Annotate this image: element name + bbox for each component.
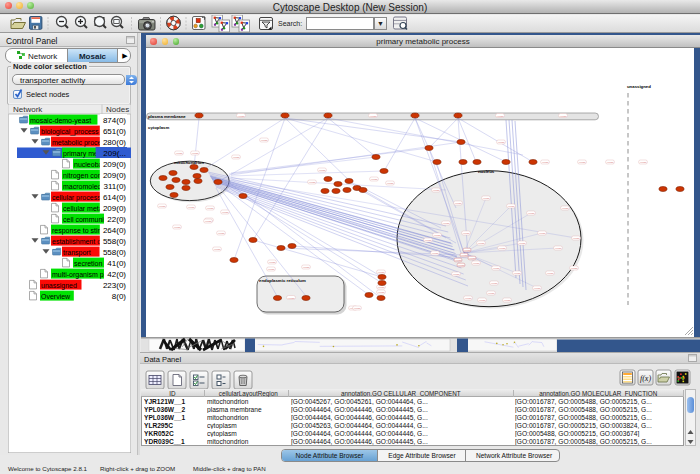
svg-text:Yxx00: Yxx00	[268, 268, 275, 271]
svg-text:Yxx00: Yxx00	[319, 169, 326, 172]
svg-text:Yxx00: Yxx00	[434, 234, 441, 237]
svg-text:Yxx00: Yxx00	[309, 181, 316, 184]
svg-text:Yxx00: Yxx00	[542, 161, 549, 164]
svg-text:614(0): 614(0)	[103, 193, 126, 202]
svg-text:Yxx00: Yxx00	[214, 248, 221, 251]
svg-text:Yxx00: Yxx00	[370, 115, 377, 118]
svg-text:Yxx00: Yxx00	[498, 141, 505, 144]
svg-text:Yxx00: Yxx00	[387, 182, 394, 185]
svg-text:Yxx00: Yxx00	[432, 252, 439, 255]
svg-text:Yxx00: Yxx00	[453, 273, 460, 276]
svg-text:Yxx00: Yxx00	[354, 307, 361, 310]
svg-text:209(0): 209(0)	[103, 160, 126, 169]
svg-text:mosaic-demo-yeast: mosaic-demo-yeast	[30, 117, 91, 125]
svg-text:41(0): 41(0)	[107, 259, 126, 268]
svg-text:Yxx00: Yxx00	[562, 207, 569, 210]
svg-text:multi-organism pro: multi-organism pro	[52, 271, 110, 279]
svg-text:Yxx00: Yxx00	[207, 207, 214, 210]
svg-text:Yxx00: Yxx00	[473, 262, 480, 265]
svg-text:42(0): 42(0)	[107, 270, 126, 279]
svg-text:secretion: secretion	[74, 260, 103, 267]
svg-text:Yxx00: Yxx00	[159, 205, 166, 208]
svg-text:Yxx00: Yxx00	[174, 226, 181, 229]
svg-text:874(0): 874(0)	[103, 116, 126, 125]
svg-text:Yxx00: Yxx00	[504, 299, 511, 302]
svg-text:Yxx00: Yxx00	[176, 152, 183, 155]
svg-text:Yxx00: Yxx00	[493, 267, 500, 270]
svg-text:Yxx00: Yxx00	[378, 291, 385, 294]
svg-text:Yxx00: Yxx00	[464, 249, 471, 252]
svg-text:Yxx00: Yxx00	[483, 197, 490, 200]
svg-text:Yxx00: Yxx00	[519, 242, 526, 245]
svg-text:8(0): 8(0)	[112, 292, 127, 301]
svg-text:Nodes: Nodes	[106, 105, 129, 114]
svg-text:Yxx00: Yxx00	[555, 247, 562, 250]
svg-text:Yxx00: Yxx00	[218, 232, 225, 235]
svg-text:Yxx00: Yxx00	[222, 211, 229, 214]
svg-text:Yxx00: Yxx00	[497, 115, 504, 118]
svg-text:Yxx00: Yxx00	[425, 239, 432, 242]
svg-text:22(0): 22(0)	[107, 215, 126, 224]
svg-text:unassigned: unassigned	[627, 84, 651, 89]
svg-text:f(x): f(x)	[640, 374, 651, 383]
svg-text:transport: transport	[63, 249, 91, 257]
svg-text:311(0): 311(0)	[103, 182, 126, 191]
svg-text:Yxx00: Yxx00	[238, 115, 245, 118]
svg-text:209(...: 209(...	[103, 149, 126, 158]
svg-text:Yxx00: Yxx00	[188, 206, 195, 209]
svg-text:209(0): 209(0)	[103, 204, 126, 213]
svg-text:Yxx00: Yxx00	[534, 287, 541, 290]
svg-text:Yxx00: Yxx00	[378, 271, 385, 274]
svg-text:Yxx00: Yxx00	[288, 297, 295, 300]
svg-text:558(0): 558(0)	[103, 237, 126, 246]
svg-text:558(0): 558(0)	[103, 248, 126, 257]
svg-text:Yxx00: Yxx00	[378, 286, 385, 289]
svg-text:Yxx00: Yxx00	[192, 152, 199, 155]
svg-text:Overview: Overview	[41, 293, 71, 300]
svg-text:Yxx00: Yxx00	[469, 257, 476, 260]
svg-text:Yxx00: Yxx00	[269, 261, 276, 264]
svg-text:Yxx00: Yxx00	[479, 299, 486, 302]
svg-text:Yxx00: Yxx00	[303, 266, 310, 269]
svg-text:cytoplasm: cytoplasm	[148, 125, 169, 130]
svg-text:Yxx00: Yxx00	[455, 202, 462, 205]
svg-text:Yxx00: Yxx00	[461, 254, 468, 257]
svg-text:Yxx00: Yxx00	[233, 156, 240, 159]
svg-text:nucleus: nucleus	[478, 169, 495, 174]
svg-text:Yxx00: Yxx00	[640, 161, 647, 164]
svg-text:Yxx00: Yxx00	[458, 264, 465, 267]
svg-text:Yxx00: Yxx00	[571, 267, 578, 270]
svg-text:Yxx00: Yxx00	[455, 259, 462, 262]
svg-text:Yxx00: Yxx00	[261, 139, 268, 142]
svg-text:Yxx00: Yxx00	[205, 220, 212, 223]
svg-text:Yxx00: Yxx00	[488, 292, 495, 295]
svg-text:Yxx00: Yxx00	[463, 232, 470, 235]
svg-text:Yxx00: Yxx00	[560, 115, 567, 118]
svg-text:Yxx00: Yxx00	[478, 242, 485, 245]
svg-text:Yxx00: Yxx00	[465, 297, 472, 300]
svg-text:biological_process: biological_process	[41, 128, 99, 136]
svg-text:Network: Network	[13, 105, 43, 114]
svg-text:Yxx00: Yxx00	[499, 247, 506, 250]
svg-text:651(0): 651(0)	[103, 127, 126, 136]
svg-text:Yxx00: Yxx00	[528, 212, 535, 215]
svg-text:Yxx00: Yxx00	[371, 178, 378, 181]
svg-text:Yxx00: Yxx00	[539, 232, 546, 235]
svg-text:unassigned: unassigned	[41, 282, 77, 290]
svg-text:Yxx00: Yxx00	[433, 189, 440, 192]
svg-text:Yxx00: Yxx00	[491, 282, 498, 285]
svg-text:264(0): 264(0)	[103, 226, 126, 235]
svg-text:Yxx00: Yxx00	[443, 222, 450, 225]
svg-text:Yxx00: Yxx00	[579, 161, 586, 164]
svg-text:223(0): 223(0)	[103, 281, 126, 290]
svg-text:plasma membrane: plasma membrane	[148, 114, 186, 119]
svg-text:280(0): 280(0)	[103, 138, 126, 147]
svg-text:Yxx00: Yxx00	[607, 161, 614, 164]
svg-text:cellular process: cellular process	[52, 194, 101, 202]
svg-text:Yxx00: Yxx00	[508, 205, 515, 208]
svg-text:endoplasmic reticulum: endoplasmic reticulum	[259, 278, 306, 283]
svg-text:mitochondrion: mitochondrion	[174, 160, 204, 165]
svg-text:Yxx00: Yxx00	[547, 272, 554, 275]
svg-text:Yxx00: Yxx00	[573, 237, 580, 240]
svg-text:Yxx00: Yxx00	[514, 272, 521, 275]
